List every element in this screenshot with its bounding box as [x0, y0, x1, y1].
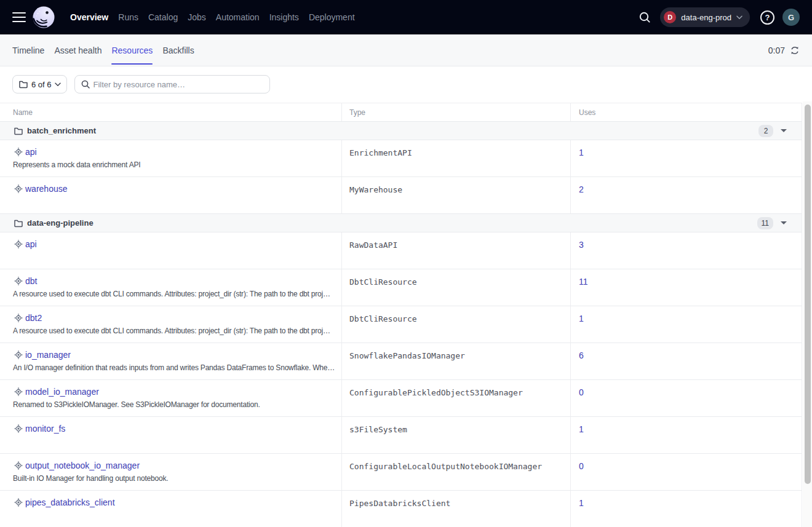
resource-type: MyWarehouse [349, 185, 402, 194]
column-header-name: Name [0, 103, 342, 121]
resource-name-link[interactable]: dbt2 [25, 313, 42, 323]
topnav-item-catalog[interactable]: Catalog [148, 12, 178, 22]
resource-row-warehouse: warehouseMyWarehouse2 [0, 177, 802, 214]
resource-type: s3FileSystem [349, 425, 407, 434]
resource-uses-link[interactable]: 1 [579, 314, 584, 323]
search-icon[interactable] [637, 10, 652, 25]
tabs: TimelineAsset healthResourcesBackfills [12, 34, 194, 66]
resource-uses-link[interactable]: 0 [579, 461, 584, 471]
resource-row-model_io_manager: model_io_managerRenamed to S3PickleIOMan… [0, 380, 802, 417]
topnav-item-runs[interactable]: Runs [118, 12, 138, 22]
tab-asset-health[interactable]: Asset health [54, 34, 102, 66]
topnav-item-insights[interactable]: Insights [269, 12, 299, 22]
resource-description: Built-in IO Manager for handling output … [13, 474, 335, 483]
resource-filter-input[interactable] [94, 80, 263, 89]
resource-name-link[interactable]: monitor_fs [25, 424, 65, 434]
resource-row-api: apiRawDataAPI3 [0, 232, 802, 269]
resource-icon [14, 497, 23, 507]
group-row-data-eng-pipeline[interactable]: data-eng-pipeline11 [0, 214, 802, 232]
column-header-uses: Uses [571, 103, 802, 121]
resource-name-link[interactable]: model_io_manager [25, 387, 99, 397]
resource-uses-link[interactable]: 1 [579, 498, 584, 508]
scrollbar-track[interactable] [803, 101, 812, 527]
resource-icon [14, 239, 23, 249]
caret-down-icon[interactable] [781, 221, 787, 224]
caret-down-icon[interactable] [781, 129, 787, 132]
resource-type: EnrichmentAPI [349, 148, 412, 157]
refresh-countdown: 0:07 [768, 46, 785, 55]
resource-name-link[interactable]: warehouse [25, 184, 68, 194]
resource-icon [14, 461, 23, 470]
resource-uses-link[interactable]: 1 [579, 148, 584, 157]
resource-filter-input-wrap [74, 75, 270, 93]
resource-description: Renamed to S3PickleIOManager. See S3Pick… [13, 400, 335, 410]
resource-type: PipesDatabricksClient [349, 499, 450, 508]
group-row-batch_enrichment[interactable]: batch_enrichment2 [0, 122, 802, 140]
user-avatar[interactable]: G [782, 9, 800, 26]
folder-icon [18, 79, 28, 89]
tab-resources[interactable]: Resources [111, 34, 153, 66]
resource-name-link[interactable]: output_notebook_io_manager [25, 461, 140, 470]
folder-icon [14, 218, 23, 228]
filter-row: 6 of 6 [0, 66, 812, 103]
topnav-item-overview[interactable]: Overview [70, 12, 108, 22]
tabs-bar: TimelineAsset healthResourcesBackfills 0… [0, 34, 812, 66]
resource-icon [14, 184, 23, 194]
topnav-item-deployment[interactable]: Deployment [309, 12, 355, 22]
resource-row-pipes_databricks_client: pipes_databricks_clientPipesDatabricksCl… [0, 491, 802, 527]
resource-row-io_manager: io_managerAn I/O manager definition that… [0, 343, 802, 380]
resource-name-link[interactable]: io_manager [25, 350, 71, 360]
resource-type: ConfigurableLocalOutputNotebookIOManager [349, 462, 542, 471]
top-navigation-bar: OverviewRunsCatalogJobsAutomationInsight… [0, 0, 812, 34]
workspace-switcher[interactable]: D data-eng-prod [660, 7, 750, 27]
resource-icon [14, 147, 23, 157]
resource-name-link[interactable]: pipes_databricks_client [25, 497, 115, 507]
resource-type: SnowflakePandasIOManager [349, 351, 465, 360]
resource-count-label: 6 of 6 [31, 80, 52, 89]
dagster-logo-icon[interactable] [32, 6, 55, 29]
resource-uses-link[interactable]: 6 [579, 351, 584, 360]
resource-count-dropdown[interactable]: 6 of 6 [12, 75, 67, 93]
resource-name-link[interactable]: api [25, 147, 37, 157]
scrollbar-thumb[interactable] [805, 105, 811, 484]
group-count-badge: 2 [758, 125, 773, 137]
resource-icon [14, 387, 23, 397]
resource-type: DbtCliResource [349, 277, 417, 287]
topnav-item-jobs[interactable]: Jobs [188, 12, 206, 22]
resource-type: ConfigurablePickledObjectS3IOManager [349, 388, 523, 397]
chevron-down-icon [736, 15, 742, 20]
topnav-item-automation[interactable]: Automation [216, 12, 260, 22]
resources-table: Name Type Uses batch_enrichment2apiRepre… [0, 103, 802, 527]
workspace-initial-badge: D [664, 11, 676, 23]
resource-description: A resource used to execute dbt CLI comma… [13, 290, 335, 299]
resource-icon [14, 276, 23, 286]
topnav-menu: OverviewRunsCatalogJobsAutomationInsight… [70, 12, 355, 22]
resource-row-dbt2: dbt2A resource used to execute dbt CLI c… [0, 306, 802, 343]
resource-uses-link[interactable]: 3 [579, 240, 584, 250]
resource-row-output_notebook_io_manager: output_notebook_io_managerBuilt-in IO Ma… [0, 454, 802, 491]
refresh-icon[interactable] [790, 46, 800, 55]
menu-icon[interactable] [12, 12, 26, 22]
resource-uses-link[interactable]: 2 [579, 184, 584, 194]
resource-row-dbt: dbtA resource used to execute dbt CLI co… [0, 269, 802, 306]
resource-description: Represents a mock data enrichment API [13, 160, 335, 170]
resource-table-body: batch_enrichment2apiRepresents a mock da… [0, 122, 802, 527]
resource-type: DbtCliResource [349, 314, 417, 323]
resource-description: A resource used to execute dbt CLI comma… [13, 327, 335, 336]
help-icon[interactable]: ? [760, 10, 774, 25]
tab-timeline[interactable]: Timeline [12, 34, 44, 66]
search-icon [81, 80, 90, 89]
workspace-label: data-eng-prod [681, 13, 731, 22]
resource-uses-link[interactable]: 0 [579, 387, 584, 397]
resource-name-link[interactable]: api [25, 239, 37, 249]
resource-uses-link[interactable]: 11 [579, 277, 588, 287]
resource-uses-link[interactable]: 1 [579, 424, 584, 434]
group-count-badge: 11 [757, 217, 773, 229]
table-header: Name Type Uses [0, 103, 802, 122]
tab-backfills[interactable]: Backfills [162, 34, 194, 66]
group-name: batch_enrichment [27, 126, 96, 135]
resource-name-link[interactable]: dbt [25, 276, 37, 286]
resource-icon [14, 424, 23, 434]
resource-icon [14, 313, 23, 323]
resource-description: An I/O manager definition that reads inp… [13, 363, 335, 373]
